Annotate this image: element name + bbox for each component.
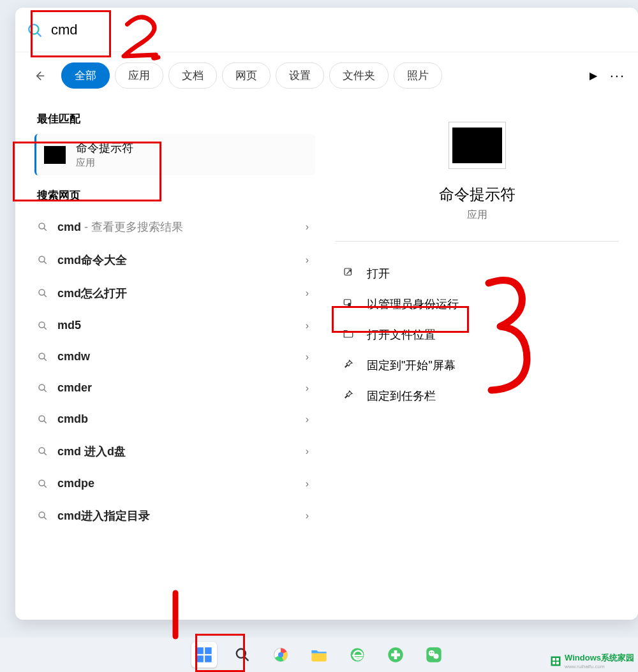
action-label: 固定到"开始"屏幕	[367, 358, 456, 373]
action-run-as-admin[interactable]: 以管理员身份运行	[338, 289, 616, 319]
taskbar	[0, 638, 638, 672]
search-icon	[37, 221, 48, 233]
action-label: 固定到任务栏	[367, 388, 436, 404]
taskbar-explorer[interactable]	[306, 642, 332, 668]
action-open[interactable]: 打开	[338, 258, 616, 289]
action-open-location[interactable]: 打开文件位置	[338, 319, 616, 350]
action-pin-taskbar[interactable]: 固定到任务栏	[338, 381, 616, 411]
open-icon	[341, 267, 355, 281]
chevron-right-icon: ›	[306, 383, 309, 394]
svg-point-3	[39, 223, 45, 229]
windows-search-panel: 全部 应用 文档 网页 设置 文件夹 照片 ▶ ··· 最佳匹配 命令提示符 应…	[15, 8, 638, 620]
web-result-5[interactable]: cmder ›	[34, 372, 315, 404]
preview-app-icon	[449, 122, 506, 169]
svg-line-4	[44, 228, 46, 230]
watermark: Windows系统家园 www.ruihaifu.com	[549, 652, 634, 669]
svg-point-29	[237, 649, 246, 658]
tab-photos[interactable]: 照片	[394, 62, 442, 89]
svg-line-8	[44, 295, 46, 296]
search-icon	[37, 478, 48, 490]
svg-line-12	[44, 358, 46, 360]
web-result-3[interactable]: md5 ›	[34, 310, 315, 341]
chevron-right-icon: ›	[306, 320, 309, 332]
svg-rect-46	[556, 661, 559, 664]
tab-folders[interactable]: 文件夹	[329, 62, 389, 89]
web-result-4[interactable]: cmdw ›	[34, 341, 315, 372]
search-icon	[37, 510, 48, 522]
action-label: 打开	[367, 266, 390, 281]
svg-line-1	[38, 33, 41, 36]
preview-pane: 命令提示符 应用 打开 以管理员身份运行	[315, 96, 638, 613]
tab-docs[interactable]: 文档	[168, 62, 217, 89]
taskbar-search[interactable]	[230, 642, 255, 668]
more-icon[interactable]: ···	[610, 68, 625, 84]
svg-line-22	[44, 517, 46, 519]
svg-rect-45	[553, 661, 555, 664]
browser-icon	[272, 646, 290, 664]
search-input[interactable]	[51, 22, 434, 38]
taskbar-360[interactable]	[383, 642, 408, 668]
web-result-8[interactable]: cmdpe ›	[34, 468, 315, 499]
chevron-right-icon: ›	[306, 446, 309, 457]
web-search-label: 搜索网页	[37, 188, 315, 203]
tab-settings[interactable]: 设置	[276, 62, 324, 89]
chevron-right-icon: ›	[306, 288, 309, 299]
search-icon	[37, 288, 48, 299]
cmd-thumb-icon	[44, 146, 66, 164]
taskbar-ie[interactable]	[345, 642, 370, 668]
search-bar	[15, 8, 638, 52]
svg-point-5	[39, 256, 45, 262]
svg-rect-25	[197, 647, 204, 654]
search-icon	[234, 646, 251, 663]
svg-point-40	[430, 652, 431, 653]
play-icon[interactable]: ▶	[590, 69, 597, 82]
chevron-right-icon: ›	[306, 414, 309, 425]
pin-icon	[341, 389, 355, 404]
svg-line-18	[44, 453, 46, 455]
taskbar-browser[interactable]	[268, 642, 293, 668]
svg-line-20	[44, 485, 46, 487]
tab-web[interactable]: 网页	[222, 62, 271, 89]
web-result-7[interactable]: cmd 进入d盘 ›	[34, 435, 315, 468]
arrow-left-icon	[33, 69, 46, 82]
back-button[interactable]	[28, 64, 51, 87]
search-icon	[37, 383, 48, 394]
taskbar-wechat[interactable]	[421, 642, 447, 668]
action-label: 打开文件位置	[367, 327, 436, 342]
svg-point-32	[278, 652, 283, 657]
best-match-result[interactable]: 命令提示符 应用	[34, 134, 315, 175]
svg-line-16	[44, 421, 46, 423]
best-match-label: 最佳匹配	[37, 112, 315, 126]
svg-point-15	[39, 416, 45, 421]
action-pin-start[interactable]: 固定到"开始"屏幕	[338, 350, 616, 381]
tab-apps[interactable]: 应用	[115, 62, 163, 89]
web-result-9[interactable]: cmd进入指定目录 ›	[34, 499, 315, 532]
web-result-0[interactable]: cmd - 查看更多搜索结果 ›	[34, 210, 315, 244]
preview-subtitle: 应用	[467, 208, 487, 222]
svg-rect-42	[551, 656, 560, 666]
best-match-subtitle: 应用	[76, 157, 133, 169]
folder-icon	[310, 646, 328, 664]
svg-rect-36	[391, 654, 400, 657]
web-result-1[interactable]: cmd命令大全 ›	[34, 244, 315, 277]
svg-line-6	[44, 261, 46, 263]
svg-point-17	[39, 448, 45, 453]
search-icon	[26, 21, 43, 39]
web-result-6[interactable]: cmdb ›	[34, 404, 315, 435]
svg-point-21	[39, 512, 45, 518]
start-button[interactable]	[191, 642, 217, 668]
divider	[335, 241, 619, 242]
windows-logo-icon	[195, 646, 213, 664]
svg-point-39	[433, 654, 438, 659]
action-label: 以管理员身份运行	[367, 296, 459, 312]
svg-point-9	[39, 322, 45, 328]
search-icon	[37, 414, 48, 425]
svg-rect-23	[345, 268, 352, 275]
chevron-right-icon: ›	[306, 254, 309, 266]
tab-all[interactable]: 全部	[61, 62, 110, 89]
svg-point-19	[39, 480, 45, 486]
search-icon	[37, 351, 48, 363]
folder-icon	[341, 328, 355, 342]
web-result-2[interactable]: cmd怎么打开 ›	[34, 277, 315, 310]
svg-point-13	[39, 384, 45, 390]
